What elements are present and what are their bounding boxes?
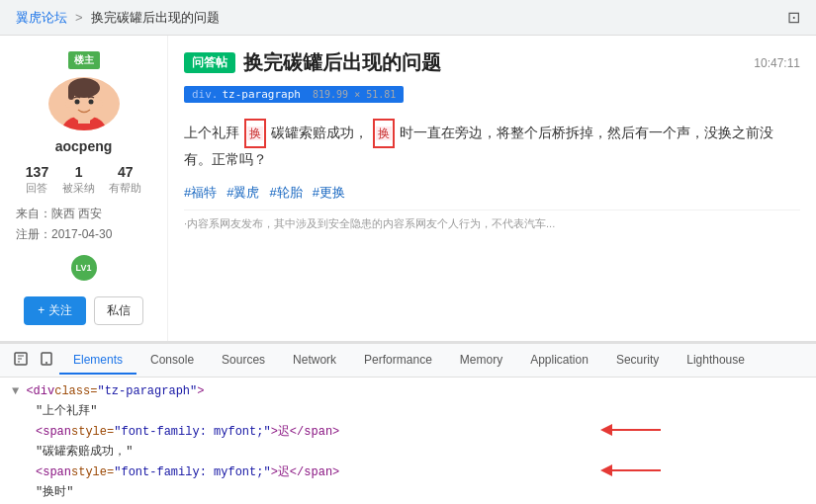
stat-adopted-label: 被采纳 [62, 182, 95, 194]
username: aocpeng [55, 138, 113, 154]
tag-replace[interactable]: #更换 [313, 184, 345, 202]
tab-security[interactable]: Security [602, 347, 673, 375]
browser-exit-icon[interactable]: ⊡ [787, 8, 800, 27]
content-text-1: 碳罐索赔成功， [271, 125, 368, 140]
svg-point-7 [65, 100, 71, 108]
post-content: 上个礼拜 换 碳罐索赔成功， 换 时一直在旁边，将整个后桥拆掉，然后有一个声，没… [184, 119, 800, 172]
tooltip-tag: div. [192, 88, 219, 101]
stat-answers: 137 回答 [26, 164, 48, 196]
tab-performance[interactable]: Performance [350, 347, 446, 375]
tab-network[interactable]: Network [279, 347, 350, 375]
tab-sources[interactable]: Sources [208, 347, 279, 375]
user-from: 来自：陕西 西安 [16, 206, 151, 222]
post-header: 问答帖 换完碳罐后出现的问题 10:47:11 [184, 49, 800, 76]
svg-point-8 [97, 100, 103, 108]
user-card: 楼主 [0, 36, 168, 341]
level-badge: LV1 [71, 255, 97, 281]
tab-application[interactable]: Application [516, 347, 602, 375]
element-inspector-bar: div.tz-paragraph 819.99 × 51.81 [184, 86, 800, 111]
post-tags: #福特 #翼虎 #轮胎 #更换 [184, 184, 800, 202]
svg-point-6 [88, 100, 93, 105]
tag-tire[interactable]: #轮胎 [269, 184, 302, 202]
devtools-code-view: ▼ <div class= "tz-paragraph" > "上个礼拜" <s… [0, 378, 816, 504]
highlight-char-2: 换 [373, 119, 395, 148]
main-content: 楼主 [0, 36, 816, 342]
stat-answers-label: 回答 [26, 182, 47, 194]
user-stats: 137 回答 1 被采纳 47 有帮助 [26, 164, 141, 196]
tooltip-class: tz-paragraph [223, 88, 301, 101]
svg-point-11 [45, 362, 47, 364]
stat-answers-num: 137 [26, 164, 48, 180]
devtools-tabs: Elements Console Sources Network Perform… [0, 344, 816, 378]
post-type-tag: 问答帖 [184, 52, 235, 73]
tag-kuga[interactable]: #翼虎 [227, 184, 259, 202]
svg-point-5 [74, 100, 79, 105]
user-register: 注册：2017-04-30 [16, 226, 151, 243]
red-arrow-2 [587, 461, 666, 480]
breadcrumb-page: 换完碳罐后出现的问题 [91, 9, 220, 27]
highlight-char-1: 换 [244, 119, 266, 148]
tooltip-dims: 819.99 × 51.81 [313, 89, 396, 100]
element-tooltip: div.tz-paragraph 819.99 × 51.81 [184, 86, 404, 103]
post-area: 问答帖 换完碳罐后出现的问题 10:47:11 div.tz-paragraph… [168, 36, 816, 341]
devtools-panel: Elements Console Sources Network Perform… [0, 342, 816, 504]
follow-button[interactable]: + 关注 [24, 296, 85, 325]
user-level-icon: LV1 [71, 255, 97, 281]
code-line-5: <span style= "font-family: myfont;" >迟</… [12, 462, 804, 482]
code-line-6: "换时" [12, 482, 804, 502]
stat-adopted-num: 1 [62, 164, 95, 180]
devtools-device-icon[interactable] [34, 348, 59, 373]
stat-helpful: 47 有帮助 [109, 164, 141, 196]
post-time: 10:47:11 [754, 56, 800, 70]
avatar [48, 77, 120, 130]
tab-lighthouse[interactable]: Lighthouse [673, 347, 759, 375]
code-line-4: "碳罐索赔成功，" [12, 442, 804, 462]
content-prefix: 上个礼拜 [184, 125, 239, 140]
code-line-2: "上个礼拜" [12, 401, 804, 421]
stat-adopted: 1 被采纳 [62, 164, 95, 196]
tag-ford[interactable]: #福特 [184, 184, 217, 202]
tab-elements[interactable]: Elements [59, 347, 136, 375]
breadcrumb-separator: > [75, 10, 83, 25]
breadcrumb-site[interactable]: 翼虎论坛 [16, 9, 67, 27]
post-footer-note: ·内容系网友发布，其中涉及到安全隐患的内容系网友个人行为，不代表汽车... [184, 210, 800, 231]
devtools-inspect-icon[interactable] [8, 348, 34, 373]
red-arrow-1 [587, 420, 666, 440]
breadcrumb: 翼虎论坛 > 换完碳罐后出现的问题 [16, 9, 787, 27]
stat-helpful-num: 47 [109, 164, 141, 180]
user-badge: 楼主 [68, 51, 100, 69]
browser-bar: 翼虎论坛 > 换完碳罐后出现的问题 ⊡ [0, 0, 816, 36]
tab-memory[interactable]: Memory [446, 347, 516, 375]
post-title: 换完碳罐后出现的问题 [243, 49, 441, 76]
tab-console[interactable]: Console [136, 347, 208, 375]
svg-rect-4 [68, 86, 74, 100]
code-line-3: <span style= "font-family: myfont;" >迟</… [12, 422, 804, 442]
code-line-1: ▼ <div class= "tz-paragraph" > [12, 381, 804, 401]
stat-helpful-label: 有帮助 [109, 182, 141, 194]
message-button[interactable]: 私信 [94, 296, 143, 325]
user-actions: + 关注 私信 [24, 296, 142, 325]
